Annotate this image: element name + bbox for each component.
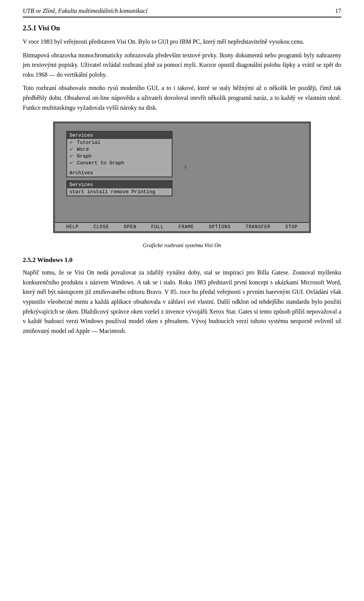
checkmark-icon-4: ✓ [69,160,72,166]
section-heading-251: 2.5.1 Visi On [23,24,341,32]
menu-item-convert: ✓ Convert to Graph [67,159,172,166]
toolbar-help: HELP [66,224,79,230]
bottom-menu-title: Services [67,181,172,188]
visi-menu-area: Services ✓ Tutorial ✓ Word ✓ Graph ✓ Con… [66,131,173,196]
paragraph-3: Toto rozhraní obsahovalo mnoho rysů mode… [23,83,341,112]
menu-item-tutorial: ✓ Tutorial [67,139,172,146]
toolbar-full: FULL [151,224,164,230]
header-title: UTB ve Zlíně, Fakulta multimediálních ko… [23,8,147,14]
figure-caption: Grafické rozhraní systému Visi On [23,242,341,249]
visi-on-screenshot: Services ✓ Tutorial ✓ Word ✓ Graph ✓ Con… [53,121,311,233]
menu-item-label-tutorial: Tutorial [77,140,100,145]
page-number: 17 [335,8,341,14]
bottom-menu-items: start install remove Printing [67,188,172,196]
visi-menu-box: Services ✓ Tutorial ✓ Word ✓ Graph ✓ Con… [66,131,173,177]
toolbar-open: OPEN [124,224,136,230]
checkmark-icon: ✓ [69,140,72,145]
menu-item-label-convert: Convert to Graph [77,160,124,166]
toolbar-transfer: TRANSFER [246,224,271,230]
section-heading-252: 2.5.2 Windows 1.0 [23,256,341,264]
page-header: UTB ve Zlíně, Fakulta multimediálních ko… [23,8,341,17]
archives-label: Archives [67,169,172,177]
screenshot-toolbar: HELP CLOSE OPEN FULL FRAME OPTIONS TRANS… [55,222,309,231]
toolbar-options: OPTIONS [209,224,231,230]
menu-item-label-graph: Graph [77,153,92,159]
checkmark-icon-3: ✓ [69,153,72,159]
visi-menu-title: Services [67,132,172,139]
toolbar-close: CLOSE [94,224,109,230]
visi-bottom-menu-box: Services start install remove Printing [66,180,173,196]
screenshot-content: Services ✓ Tutorial ✓ Word ✓ Graph ✓ Con… [55,123,309,222]
menu-item-word: ✓ Word [67,146,172,153]
mouse-cursor: ↑ [184,164,188,171]
toolbar-frame: FRAME [179,224,194,230]
checkmark-icon-2: ✓ [69,147,72,152]
paragraph-2: Bitmapová obrazovka monochromaticky zobr… [23,50,341,80]
menu-item-label-word: Word [77,147,89,152]
paragraph-1: V roce 1983 byl veřejnosti představen Vi… [23,37,341,47]
menu-item-graph: ✓ Graph [67,153,172,159]
toolbar-stop: STOP [286,224,298,230]
paragraph-section2: Napříč tomu, že se Visi On nedá považova… [23,268,341,336]
menu-separator [67,166,172,169]
